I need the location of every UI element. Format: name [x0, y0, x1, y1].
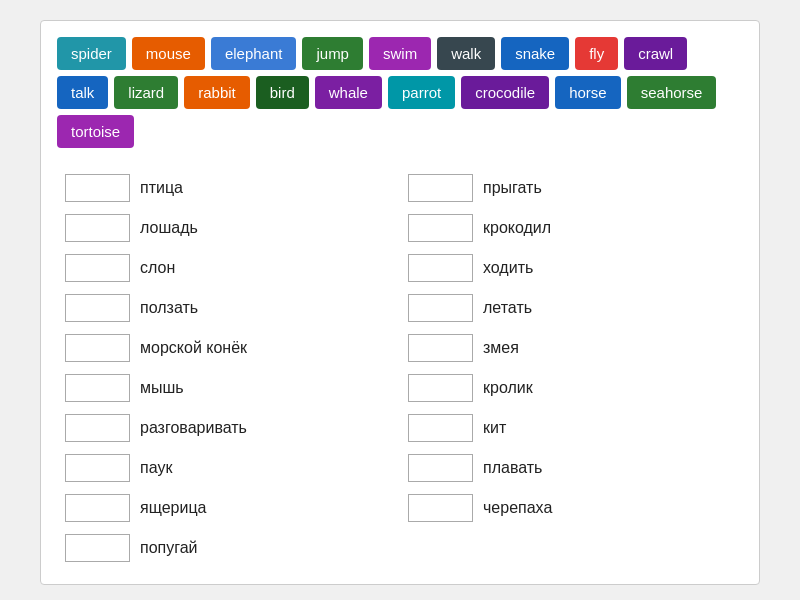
row-spider-label: паук — [140, 459, 172, 477]
row-horse-label: лошадь — [140, 219, 198, 237]
row-talk: разговаривать — [57, 408, 400, 448]
row-bird-label: птица — [140, 179, 183, 197]
word-chip-whale[interactable]: whale — [315, 76, 382, 109]
row-rabbit-input[interactable] — [408, 374, 473, 402]
row-horse: лошадь — [57, 208, 400, 248]
row-lizard-input[interactable] — [65, 494, 130, 522]
word-chip-mouse[interactable]: mouse — [132, 37, 205, 70]
row-talk-label: разговаривать — [140, 419, 247, 437]
row-spider-input[interactable] — [65, 454, 130, 482]
word-chip-tortoise[interactable]: tortoise — [57, 115, 134, 148]
row-jump-label: прыгать — [483, 179, 542, 197]
word-bank: spidermouseelephantjumpswimwalksnakeflyc… — [57, 37, 743, 148]
word-chip-spider[interactable]: spider — [57, 37, 126, 70]
row-fly-label: летать — [483, 299, 532, 317]
word-chip-seahorse[interactable]: seahorse — [627, 76, 717, 109]
row-rabbit-label: кролик — [483, 379, 533, 397]
row-lizard-label: ящерица — [140, 499, 206, 517]
row-jump: прыгать — [400, 168, 743, 208]
row-fly: летать — [400, 288, 743, 328]
row-swim-input[interactable] — [408, 454, 473, 482]
row-fly-input[interactable] — [408, 294, 473, 322]
word-chip-elephant[interactable]: elephant — [211, 37, 297, 70]
row-talk-input[interactable] — [65, 414, 130, 442]
row-tortoise: черепаха — [400, 488, 743, 528]
word-chip-walk[interactable]: walk — [437, 37, 495, 70]
row-walk-label: ходить — [483, 259, 533, 277]
row-crocodile-label: крокодил — [483, 219, 551, 237]
row-elephant-input[interactable] — [65, 254, 130, 282]
row-walk-input[interactable] — [408, 254, 473, 282]
row-crocodile: крокодил — [400, 208, 743, 248]
word-chip-snake[interactable]: snake — [501, 37, 569, 70]
row-elephant-label: слон — [140, 259, 175, 277]
row-bird: птица — [57, 168, 400, 208]
row-parrot: попугай — [57, 528, 400, 568]
row-crawl-label: ползать — [140, 299, 198, 317]
word-chip-rabbit[interactable]: rabbit — [184, 76, 250, 109]
right-column: прыгатькрокодилходитьлетатьзмеякроликкит… — [400, 168, 743, 568]
word-chip-crawl[interactable]: crawl — [624, 37, 687, 70]
row-mouse-label: мышь — [140, 379, 184, 397]
word-chip-jump[interactable]: jump — [302, 37, 363, 70]
row-rabbit: кролик — [400, 368, 743, 408]
row-bird-input[interactable] — [65, 174, 130, 202]
matching-area: птицалошадьслонползатьморской конёкмышьр… — [57, 168, 743, 568]
word-chip-fly[interactable]: fly — [575, 37, 618, 70]
row-horse-input[interactable] — [65, 214, 130, 242]
row-snake-label: змея — [483, 339, 519, 357]
row-mouse: мышь — [57, 368, 400, 408]
word-chip-lizard[interactable]: lizard — [114, 76, 178, 109]
row-whale: кит — [400, 408, 743, 448]
row-snake-input[interactable] — [408, 334, 473, 362]
row-parrot-label: попугай — [140, 539, 198, 557]
row-tortoise-label: черепаха — [483, 499, 552, 517]
row-lizard: ящерица — [57, 488, 400, 528]
row-snake: змея — [400, 328, 743, 368]
row-mouse-input[interactable] — [65, 374, 130, 402]
main-container: spidermouseelephantjumpswimwalksnakeflyc… — [40, 20, 760, 585]
row-crocodile-input[interactable] — [408, 214, 473, 242]
row-elephant: слон — [57, 248, 400, 288]
row-tortoise-input[interactable] — [408, 494, 473, 522]
row-whale-label: кит — [483, 419, 506, 437]
word-chip-swim[interactable]: swim — [369, 37, 431, 70]
row-spider: паук — [57, 448, 400, 488]
word-chip-parrot[interactable]: parrot — [388, 76, 455, 109]
word-chip-bird[interactable]: bird — [256, 76, 309, 109]
row-jump-input[interactable] — [408, 174, 473, 202]
row-swim: плавать — [400, 448, 743, 488]
row-whale-input[interactable] — [408, 414, 473, 442]
word-chip-crocodile[interactable]: crocodile — [461, 76, 549, 109]
row-swim-label: плавать — [483, 459, 542, 477]
row-parrot-input[interactable] — [65, 534, 130, 562]
row-crawl-input[interactable] — [65, 294, 130, 322]
row-seahorse: морской конёк — [57, 328, 400, 368]
row-seahorse-label: морской конёк — [140, 339, 247, 357]
row-crawl: ползать — [57, 288, 400, 328]
word-chip-horse[interactable]: horse — [555, 76, 621, 109]
word-chip-talk[interactable]: talk — [57, 76, 108, 109]
left-column: птицалошадьслонползатьморской конёкмышьр… — [57, 168, 400, 568]
row-walk: ходить — [400, 248, 743, 288]
row-seahorse-input[interactable] — [65, 334, 130, 362]
